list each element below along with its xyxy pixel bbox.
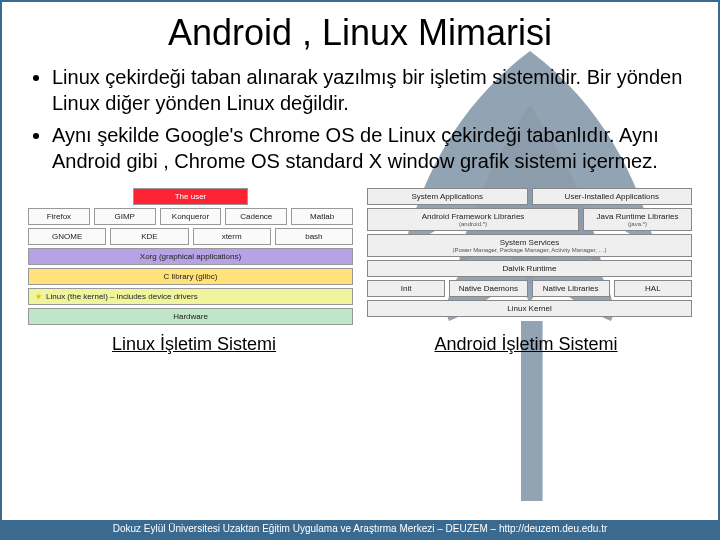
linux-apps-row-2: GNOME KDE xterm bash — [28, 228, 353, 245]
android-java-runtime-label: Java Runtime Libraries — [597, 212, 679, 221]
caption-linux: Linux İşletim Sistemi — [28, 334, 360, 355]
linux-app-cell: Firefox — [28, 208, 90, 225]
linux-xorg-layer: Xorg (graphical applications) — [28, 248, 353, 265]
android-diagram: System Applications User-Installed Appli… — [367, 188, 692, 328]
diagrams-row: The user Firefox GIMP Konqueror Cadence … — [2, 188, 718, 328]
linux-diagram: The user Firefox GIMP Konqueror Cadence … — [28, 188, 353, 328]
android-system-services-label: System Services — [500, 238, 560, 247]
android-userapps-cell: User-Installed Applications — [532, 188, 693, 205]
linux-app-cell: Matlab — [291, 208, 353, 225]
caption-android: Android İşletim Sistemi — [360, 334, 692, 355]
linux-app-cell: Konqueror — [160, 208, 222, 225]
bullet-list: Linux çekirdeği taban alınarak yazılmış … — [2, 60, 718, 188]
android-system-services-cell: System Services (Power Manager, Package … — [367, 234, 692, 257]
linux-app-cell: GIMP — [94, 208, 156, 225]
android-system-services-sub: (Power Manager, Package Manager, Activit… — [370, 247, 689, 253]
android-init-cell: Init — [367, 280, 445, 297]
content-area: Android , Linux Mimarisi Linux çekirdeği… — [2, 2, 718, 538]
linux-clib-layer: C library (glibc) — [28, 268, 353, 285]
android-framework-label: Android Framework Libraries — [422, 212, 525, 221]
android-hal-cell: HAL — [614, 280, 692, 297]
linux-hardware-layer: Hardware — [28, 308, 353, 325]
diagram-captions: Linux İşletim Sistemi Android İşletim Si… — [2, 328, 718, 355]
android-java-runtime-cell: Java Runtime Libraries (java.*) — [583, 208, 692, 231]
android-dalvik-cell: Dalvik Runtime — [367, 260, 692, 277]
linux-kernel-layer: Linux (the kernel) – includes device dri… — [28, 288, 353, 305]
linux-app-cell: xterm — [193, 228, 271, 245]
android-kernel-cell: Linux Kernel — [367, 300, 692, 317]
linux-apps-row-1: Firefox GIMP Konqueror Cadence Matlab — [28, 208, 353, 225]
slide-title: Android , Linux Mimarisi — [2, 2, 718, 60]
linux-app-cell: KDE — [110, 228, 188, 245]
android-sysapps-cell: System Applications — [367, 188, 528, 205]
bullet-item: Aynı şekilde Google's Chrome OS de Linux… — [52, 122, 684, 174]
android-daemons-cell: Native Daemons — [449, 280, 527, 297]
slide: Android , Linux Mimarisi Linux çekirdeği… — [0, 0, 720, 540]
bullet-item: Linux çekirdeği taban alınarak yazılmış … — [52, 64, 684, 116]
linux-app-cell: bash — [275, 228, 353, 245]
linux-user-layer: The user — [133, 188, 248, 205]
linux-app-cell: Cadence — [225, 208, 287, 225]
linux-app-cell: GNOME — [28, 228, 106, 245]
android-native-libs-cell: Native Libraries — [532, 280, 610, 297]
android-java-runtime-sub: (java.*) — [586, 221, 689, 227]
android-framework-cell: Android Framework Libraries (android.*) — [367, 208, 579, 231]
android-framework-sub: (android.*) — [370, 221, 576, 227]
